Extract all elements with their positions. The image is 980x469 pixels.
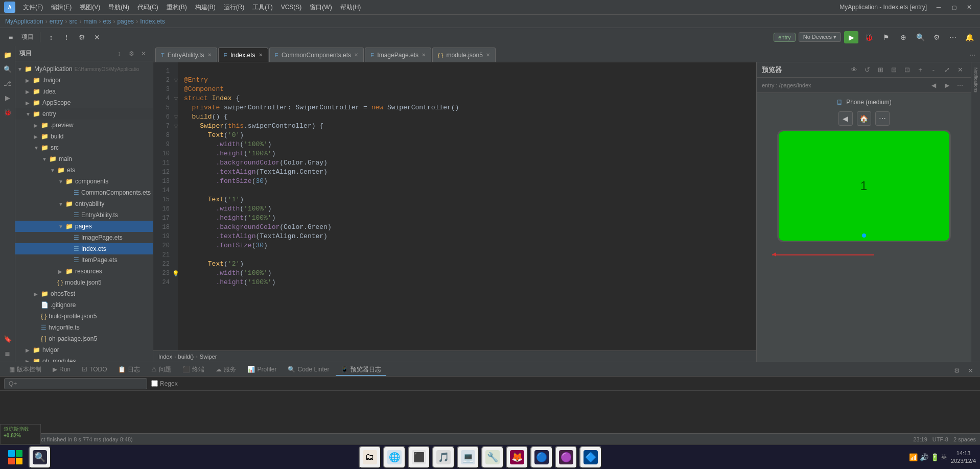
tab-close-index[interactable]: ✕	[259, 52, 263, 58]
sidebar-git-btn[interactable]: ⎇	[1, 77, 14, 90]
regex-checkbox[interactable]	[151, 380, 158, 387]
bc-swiper[interactable]: Swiper	[200, 354, 217, 360]
tree-commoncomponents[interactable]: ▶ ☰ CommonComponents.ets	[15, 187, 153, 198]
menu-help[interactable]: 帮助(H)	[337, 2, 365, 13]
taskbar-app4[interactable]: 🎵	[432, 446, 455, 468]
tree-ohmodules[interactable]: ▶ 📁 oh_modules	[15, 356, 153, 362]
menu-window[interactable]: 窗口(W)	[306, 2, 335, 13]
preview-refresh-btn[interactable]: ↺	[861, 64, 873, 76]
more-icon[interactable]: ⋯	[946, 31, 960, 43]
taskbar-app10[interactable]: 🔷	[579, 446, 602, 468]
sidebar-bookmarks-btn[interactable]: 🔖	[1, 332, 14, 345]
path-pages[interactable]: pages	[117, 18, 134, 25]
menu-build[interactable]: 构建(B)	[192, 2, 219, 13]
tree-hvigor2[interactable]: ▶ 📁 hvigor	[15, 344, 153, 356]
tab-preview-log[interactable]: 📱 预览器日志	[336, 364, 386, 376]
code-content[interactable]: @Entry @Component struct Index { private…	[178, 62, 756, 350]
preview-zoom-out-btn[interactable]: -	[928, 64, 939, 76]
taskbar-app6[interactable]: 🔧	[481, 446, 504, 468]
taskbar-app9[interactable]: 🟣	[555, 446, 577, 468]
run-button[interactable]: ▶	[844, 31, 858, 43]
path-src[interactable]: src	[69, 18, 77, 25]
tab-profiler[interactable]: 📊 Profiler	[242, 364, 282, 376]
tree-resources[interactable]: ▶ 📁 resources	[15, 266, 153, 277]
status-encoding[interactable]: UTF-8	[932, 436, 948, 442]
taskbar-search-btn[interactable]: 🔍	[29, 446, 51, 468]
preview-zoom-in-btn[interactable]: +	[915, 64, 926, 76]
start-button[interactable]	[4, 446, 27, 468]
tree-build-folder[interactable]: ▶ 📁 build	[15, 131, 153, 142]
entry-badge[interactable]: entry	[774, 33, 795, 42]
tab-close-common[interactable]: ✕	[354, 52, 358, 58]
tab-close-image[interactable]: ✕	[422, 52, 426, 58]
tree-buildprofile[interactable]: ▶ { } build-profile.json5	[15, 311, 153, 322]
tab-log[interactable]: 📋 日志	[113, 364, 145, 376]
preview-close-btn[interactable]: ✕	[954, 64, 966, 76]
menu-file[interactable]: 文件(F)	[19, 2, 46, 13]
menu-run[interactable]: 运行(R)	[220, 2, 248, 13]
preview-maximize-btn[interactable]: ⤢	[941, 64, 952, 76]
devices-badge[interactable]: No Devices ▾	[799, 32, 841, 42]
taskbar-app5[interactable]: 💻	[457, 446, 479, 468]
tab-close-entryability[interactable]: ✕	[207, 52, 212, 58]
debug-button[interactable]: 🐞	[861, 31, 876, 43]
tree-btn[interactable]: ⁞	[60, 31, 73, 43]
tree-appscope[interactable]: ▶ 📁 AppScope	[15, 97, 153, 108]
taskbar-file-explorer[interactable]: 🗂	[359, 446, 381, 468]
tree-hvigor[interactable]: ▶ 📁 .hvigor	[15, 75, 153, 86]
tab-terminal[interactable]: ⬛ 终端	[177, 364, 209, 376]
tab-close-json[interactable]: ✕	[486, 52, 490, 58]
indicator-widget[interactable]: 道琼斯指数 +0.82%	[0, 424, 41, 444]
tab-run[interactable]: ▶ Run	[48, 364, 76, 376]
tree-gitignore[interactable]: ▶ 📄 .gitignore	[15, 299, 153, 311]
preview-orient-btn[interactable]: ⊞	[875, 64, 886, 76]
tree-sync-icon[interactable]: ↕	[114, 49, 124, 59]
maximize-btn[interactable]: ▢	[947, 1, 961, 13]
taskbar-app7[interactable]: 🦊	[506, 446, 528, 468]
status-position[interactable]: 23:19	[913, 436, 927, 442]
path-entry[interactable]: entry	[50, 18, 63, 25]
tab-services[interactable]: ☁ 服务	[211, 364, 241, 376]
tree-ets[interactable]: ▼ 📁 ets	[15, 165, 153, 176]
tray-lang[interactable]: 英	[941, 453, 947, 461]
path-main[interactable]: main	[83, 18, 97, 25]
preview-nav-more[interactable]: ⋯	[954, 80, 966, 91]
sync-btn[interactable]: ↕	[44, 31, 58, 43]
tab-commoncomponents[interactable]: E CommonComponents.ets ✕	[269, 48, 364, 62]
tab-version-control[interactable]: ▦ 版本控制	[4, 364, 46, 376]
menu-refactor[interactable]: 重构(B)	[163, 2, 191, 13]
preview-fit-btn[interactable]: ⊡	[901, 64, 913, 76]
tree-main[interactable]: ▼ 📁 main	[15, 153, 153, 165]
tree-src[interactable]: ▼ 📁 src	[15, 142, 153, 153]
project-icon[interactable]: ≡	[4, 31, 17, 43]
tree-idea[interactable]: ▶ 📁 .idea	[15, 86, 153, 97]
menu-view[interactable]: 视图(V)	[76, 2, 104, 13]
notifications-tab[interactable]: Notifications	[972, 64, 979, 96]
tree-close-icon[interactable]: ✕	[138, 49, 149, 59]
bottom-close-btn[interactable]: ✕	[965, 365, 976, 376]
clock[interactable]: 14:13 2023/12/4	[951, 450, 976, 464]
status-indent[interactable]: 2 spaces	[953, 436, 976, 442]
bottom-settings-btn[interactable]: ⚙	[951, 365, 963, 376]
sidebar-find-btn[interactable]: 🔍	[1, 62, 14, 76]
search-icon[interactable]: 🔍	[914, 31, 927, 43]
bc-build[interactable]: build()	[178, 354, 194, 360]
tab-imagepage[interactable]: E ImagePage.ets ✕	[365, 48, 431, 62]
menu-navigate[interactable]: 导航(N)	[105, 2, 133, 13]
bc-index[interactable]: Index	[158, 354, 172, 360]
menu-edit[interactable]: 编辑(E)	[48, 2, 75, 13]
tree-modulejson-entry[interactable]: ▶ { } module.json5	[15, 277, 153, 288]
tab-index[interactable]: E Index.ets ✕	[218, 48, 268, 62]
menu-code[interactable]: 代码(C)	[134, 2, 162, 13]
tree-imagepage[interactable]: ▶ ☰ ImagePage.ets	[15, 232, 153, 243]
sidebar-debug-btn[interactable]: 🐞	[1, 105, 14, 119]
preview-grid-btn[interactable]: ⊟	[888, 64, 899, 76]
tab-todo[interactable]: ☑ TODO	[77, 364, 112, 376]
tree-entryability[interactable]: ▼ 📁 entryability	[15, 198, 153, 209]
tree-entry[interactable]: ▼ 📁 entry	[15, 108, 153, 120]
close-btn[interactable]: ✕	[963, 1, 976, 13]
device-back-btn[interactable]: ◀	[838, 111, 853, 126]
tray-sound[interactable]: 🔊	[920, 453, 928, 461]
log-search-input[interactable]	[4, 378, 147, 389]
gear-icon[interactable]: ⚙	[75, 31, 88, 43]
